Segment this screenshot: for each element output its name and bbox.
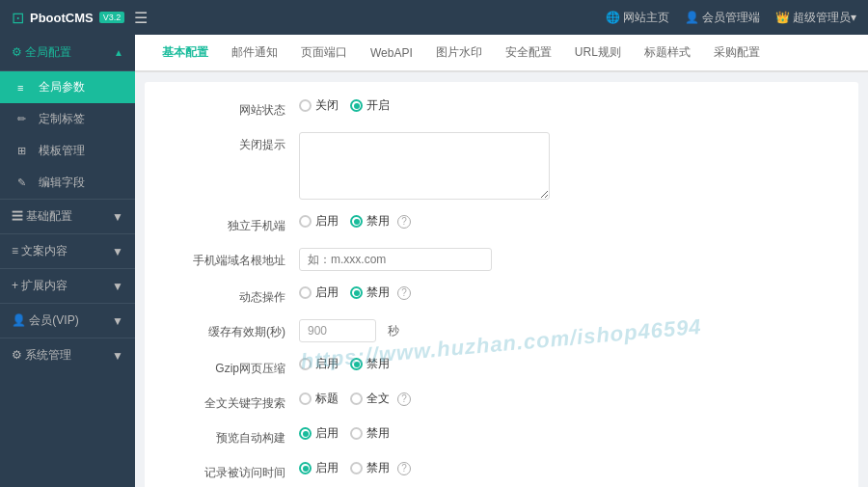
- form-panel: 网站状态 关闭 开启: [145, 82, 858, 487]
- tab-page[interactable]: 页面端口: [289, 35, 359, 72]
- textarea-notice[interactable]: [299, 132, 550, 200]
- radio-circle-mobile-enable: [299, 215, 312, 228]
- radio-visit-enable[interactable]: 启用: [299, 460, 339, 476]
- sidebar-extend-label: + 扩展内容: [12, 278, 68, 294]
- form-row-mobile-adapt: 独立手机端 启用 禁用 ?: [164, 213, 839, 234]
- radio-circle-dynamic-enable: [299, 286, 312, 299]
- sidebar-item-fields-label: 编辑字段: [39, 175, 85, 191]
- logo-area: ⊡ PbootCMS V3.2: [12, 9, 124, 27]
- sidebar-header-global[interactable]: ⚙ 全局配置 ▲: [0, 35, 135, 71]
- sidebar-item-fields[interactable]: ✎ 编辑字段: [0, 167, 135, 199]
- sidebar-item-template-label: 模板管理: [39, 143, 85, 159]
- sidebar-section-global: ⚙ 全局配置 ▲ ≡ 全局参数 ✏ 定制标签 ⊞ 模板管理 ✎ 编辑字段: [0, 35, 135, 199]
- label-auto-build: 预览自动构建: [164, 425, 299, 446]
- dynamic-info-icon[interactable]: ?: [397, 286, 411, 300]
- logo-text: PbootCMS: [30, 11, 94, 25]
- form-row-site-status: 网站状态 关闭 开启: [164, 97, 839, 119]
- sidebar-item-params[interactable]: ≡ 全局参数: [0, 71, 135, 103]
- tab-security[interactable]: 安全配置: [494, 35, 563, 72]
- radio-build-enable[interactable]: 启用: [299, 425, 339, 442]
- sidebar-system-arrow: ▼: [112, 349, 123, 363]
- radio-circle-title: [299, 392, 312, 405]
- radio-dynamic-enable[interactable]: 启用: [299, 284, 339, 301]
- control-search: 标题 全文 ?: [299, 391, 839, 407]
- control-cache: 秒: [299, 319, 839, 342]
- nav-site-link[interactable]: 🌐 网站主页: [606, 10, 669, 26]
- template-icon: ⊞: [17, 145, 31, 157]
- radio-close[interactable]: 关闭: [299, 97, 339, 114]
- tab-watermark[interactable]: 图片水印: [424, 35, 494, 72]
- input-mobile-domain[interactable]: [299, 248, 492, 271]
- form-row-cache: 缓存有效期(秒) 秒: [164, 319, 839, 342]
- radio-group-visit: 启用 禁用: [299, 460, 390, 476]
- search-info-icon[interactable]: ?: [397, 392, 411, 406]
- radio-circle-dynamic-disable: [350, 286, 363, 299]
- radio-group-dynamic: 启用 禁用: [299, 284, 390, 301]
- radio-circle-mobile-disable: [350, 215, 363, 228]
- topbar: ⊡ PbootCMS V3.2 ☰ 🌐 网站主页 👤 会员管理端 👑 超级管理员…: [0, 0, 868, 35]
- input-cache[interactable]: [299, 319, 376, 342]
- radio-search-fulltext[interactable]: 全文: [350, 391, 390, 407]
- sidebar: ⚙ 全局配置 ▲ ≡ 全局参数 ✏ 定制标签 ⊞ 模板管理 ✎ 编辑字段 ☰ 基…: [0, 35, 135, 487]
- visit-info-icon[interactable]: ?: [397, 462, 411, 475]
- layout: ⚙ 全局配置 ▲ ≡ 全局参数 ✏ 定制标签 ⊞ 模板管理 ✎ 编辑字段 ☰ 基…: [0, 35, 868, 487]
- radio-mobile-enable[interactable]: 启用: [299, 213, 339, 230]
- sidebar-vip-arrow: ▼: [112, 314, 123, 328]
- tab-basic[interactable]: 基本配置: [150, 35, 220, 72]
- radio-visit-disable-label: 禁用: [366, 460, 390, 476]
- sidebar-header-extend[interactable]: + 扩展内容 ▼: [0, 268, 135, 303]
- radio-group-gzip: 启用 禁用: [299, 356, 390, 372]
- radio-circle-open: [350, 99, 363, 112]
- sidebar-item-tags[interactable]: ✏ 定制标签: [0, 103, 135, 135]
- radio-gzip-disable[interactable]: 禁用: [350, 356, 390, 372]
- radio-visit-enable-label: 启用: [315, 460, 339, 476]
- radio-open[interactable]: 开启: [350, 97, 390, 114]
- sidebar-header-system[interactable]: ⚙ 系统管理 ▼: [0, 338, 135, 372]
- control-auto-build: 启用 禁用: [299, 425, 839, 442]
- nav-admin-link[interactable]: 👑 超级管理员▾: [775, 10, 856, 26]
- radio-circle-visit-enable: [299, 462, 312, 474]
- tabs-bar: 基本配置 邮件通知 页面端口 WebAPI 图片水印 安全配置 URL规则 标题…: [135, 35, 868, 72]
- topbar-left: ⊡ PbootCMS V3.2 ☰: [12, 9, 148, 27]
- radio-dynamic-disable[interactable]: 禁用: [350, 284, 390, 301]
- radio-visit-disable[interactable]: 禁用: [350, 460, 390, 476]
- sidebar-header-label: ⚙ 全局配置: [12, 44, 71, 61]
- sidebar-content-arrow: ▼: [112, 245, 123, 258]
- sidebar-basic-arrow: ▼: [112, 210, 123, 224]
- tab-webapi[interactable]: WebAPI: [359, 37, 424, 71]
- sidebar-item-template[interactable]: ⊞ 模板管理: [0, 135, 135, 167]
- form-row-gzip: Gzip网页压缩 启用 禁用: [164, 356, 839, 377]
- label-notice: 关闭提示: [164, 132, 299, 153]
- radio-search-title[interactable]: 标题: [299, 391, 339, 407]
- tab-url[interactable]: URL规则: [563, 35, 633, 72]
- radio-build-disable-label: 禁用: [366, 425, 390, 442]
- fields-icon: ✎: [17, 176, 31, 189]
- sidebar-header-vip[interactable]: 👤 会员(VIP) ▼: [0, 303, 135, 338]
- radio-circle-close: [299, 99, 312, 112]
- radio-gzip-enable[interactable]: 启用: [299, 356, 339, 372]
- sidebar-header-content[interactable]: ≡ 文案内容 ▼: [0, 233, 135, 268]
- control-mobile-domain: [299, 248, 839, 271]
- tab-email[interactable]: 邮件通知: [220, 35, 289, 72]
- sidebar-vip-label: 👤 会员(VIP): [12, 312, 79, 329]
- sidebar-content-label: ≡ 文案内容: [12, 243, 68, 259]
- label-visit: 记录被访问时间: [164, 460, 299, 481]
- control-mobile-adapt: 启用 禁用 ?: [299, 213, 839, 230]
- sidebar-item-params-label: 全局参数: [39, 79, 85, 95]
- label-mobile-domain: 手机端域名根地址: [164, 248, 299, 269]
- main-content: https://www.huzhan.com/ishop46594 基本配置 邮…: [135, 35, 868, 487]
- nav-member-link[interactable]: 👤 会员管理端: [685, 10, 760, 26]
- radio-group-auto-build: 启用 禁用: [299, 425, 390, 442]
- logo-icon: ⊡: [12, 9, 24, 27]
- hamburger-icon[interactable]: ☰: [134, 9, 148, 27]
- radio-build-disable[interactable]: 禁用: [350, 425, 390, 442]
- tab-title[interactable]: 标题样式: [633, 35, 702, 72]
- sidebar-basic-label: ☰ 基础配置: [12, 208, 72, 225]
- mobile-info-icon[interactable]: ?: [397, 215, 411, 229]
- topbar-right: 🌐 网站主页 👤 会员管理端 👑 超级管理员▾: [606, 10, 856, 26]
- radio-mobile-disable[interactable]: 禁用: [350, 213, 390, 230]
- radio-dynamic-disable-label: 禁用: [366, 284, 390, 301]
- sidebar-header-basic[interactable]: ☰ 基础配置 ▼: [0, 199, 135, 233]
- sidebar-system-label: ⚙ 系统管理: [12, 347, 71, 364]
- tab-purchase[interactable]: 采购配置: [702, 35, 772, 72]
